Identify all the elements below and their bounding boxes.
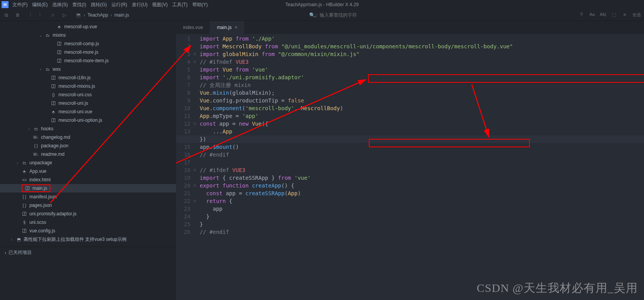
tree-label: changelog.md: [41, 135, 70, 140]
code-line[interactable]: const app = createSSRApp(App): [200, 189, 644, 197]
tree-file[interactable]: 🄹mescroll-comp.js: [0, 39, 176, 48]
code-line[interactable]: app: [200, 205, 644, 213]
fold-icon[interactable]: ⊟: [194, 166, 198, 174]
help-icon[interactable]: ?: [578, 12, 584, 18]
star-icon[interactable]: ☆: [50, 12, 56, 18]
code-line[interactable]: }: [200, 213, 644, 220]
tree-file[interactable]: ⬘App.vue: [0, 167, 176, 176]
nav-back-icon[interactable]: 〈: [26, 12, 33, 18]
code-line[interactable]: import Vue from 'vue': [200, 66, 644, 73]
case-toggle[interactable]: Aa: [589, 12, 595, 18]
fold-icon[interactable]: ⊟: [194, 58, 198, 66]
tree-file[interactable]: [ ]manifest.json: [0, 193, 176, 201]
menu-item[interactable]: 发行(U): [130, 1, 150, 9]
breadcrumb-project[interactable]: TeachApp: [87, 12, 108, 18]
file-icon[interactable]: 🗎: [15, 12, 21, 18]
code-line[interactable]: import { createSSRApp } from 'vue': [200, 174, 644, 182]
fold-icon[interactable]: ⊟: [194, 120, 198, 128]
tree-file[interactable]: 🄹mescroll-uni.js: [0, 99, 176, 107]
tree-folder[interactable]: ›🗀unpackage: [0, 159, 176, 167]
menu-item[interactable]: 视图(V): [150, 1, 170, 9]
tree-file[interactable]: [ ]package.json: [0, 141, 176, 150]
window-icon[interactable]: ⧉: [3, 12, 9, 18]
fold-icon[interactable]: ⊟: [194, 50, 198, 58]
code-line[interactable]: // #endif: [200, 151, 644, 159]
fold-icon: [194, 43, 198, 50]
tree-file[interactable]: 🄹mescroll-i18n.js: [0, 73, 176, 82]
menu-item[interactable]: 帮助(Y): [190, 1, 210, 9]
code-line[interactable]: import MescrollBody from "@/uni_modules/…: [200, 43, 644, 50]
tree-folder[interactable]: ›🗀hooks: [0, 124, 176, 133]
menu-item[interactable]: 查找(I): [70, 1, 88, 9]
breadcrumb-file[interactable]: main.js: [114, 12, 129, 18]
file-icon: §: [22, 220, 27, 225]
nav-forward-icon[interactable]: 〉: [38, 12, 44, 18]
code-line[interactable]: ...App: [200, 128, 644, 135]
code-line[interactable]: import App from './App': [200, 35, 644, 43]
code-line[interactable]: // #endif: [200, 228, 644, 236]
tree-file[interactable]: ⬘mescroll-uni.vue: [0, 107, 176, 116]
select-all[interactable]: 全选: [632, 12, 641, 18]
code-line[interactable]: }: [200, 220, 644, 228]
file-icon: 🗀: [45, 66, 50, 72]
tree-file[interactable]: 🄹uni.promisify.adaptor.js: [0, 210, 176, 218]
tab[interactable]: index.vue: [176, 21, 210, 34]
fold-icon: [194, 112, 198, 120]
code-line[interactable]: Vue.component('mescroll-body', MescrollB…: [200, 104, 644, 112]
tree-file[interactable]: {}mescroll-uni.css: [0, 90, 176, 99]
code-line[interactable]: return {: [200, 197, 644, 205]
annotation-box: [368, 74, 644, 83]
menu-item[interactable]: 编辑(E): [30, 1, 50, 9]
menu-item[interactable]: 跳转(G): [89, 1, 109, 9]
line-number: 11: [176, 112, 190, 120]
tree-file[interactable]: <>index.html: [0, 176, 176, 184]
tree-file[interactable]: 🄹main.js: [0, 184, 176, 193]
fold-icon[interactable]: ⊟: [194, 197, 198, 205]
code-line[interactable]: const app = new Vue({: [200, 120, 644, 128]
tree-file[interactable]: M↓changelog.md: [0, 133, 176, 141]
menu-item[interactable]: 运行(R): [109, 1, 130, 9]
file-tree[interactable]: ⬘mescroll-up.vue⌄🗀mixins🄹mescroll-comp.j…: [0, 21, 176, 300]
tab[interactable]: main.js×: [210, 21, 244, 34]
search-input[interactable]: [320, 12, 397, 18]
file-icon: [ ]: [33, 143, 39, 148]
tree-label: manifest.json: [29, 194, 57, 199]
code-line[interactable]: App.mpType = 'app': [200, 112, 644, 120]
code-area[interactable]: 1234567891011121314151617181920212223242…: [176, 34, 644, 300]
tree-file[interactable]: [ ]pages.json: [0, 201, 176, 210]
fold-icon: [194, 128, 198, 135]
code-line[interactable]: // #ifndef VUE3: [200, 58, 644, 66]
tree-file[interactable]: 🄹mescroll-uni-option.js: [0, 116, 176, 124]
tree-file[interactable]: 🄹mescroll-mixins.js: [0, 82, 176, 90]
code-line[interactable]: import globalMixin from "@/common/mixin/…: [200, 50, 644, 58]
fold-icon[interactable]: ⊟: [194, 182, 198, 189]
closed-projects[interactable]: › 已关闭项目: [0, 247, 176, 258]
tree-file[interactable]: M↓readme.md: [0, 150, 176, 159]
line-number: 17: [176, 159, 190, 166]
code-line[interactable]: // #ifdef VUE3: [200, 166, 644, 174]
search-icon[interactable]: 🔍ౢ: [310, 12, 317, 18]
code-line[interactable]: [200, 159, 644, 166]
tree-file[interactable]: 🄹vue.config.js: [0, 227, 176, 235]
tree-file[interactable]: ›⬒高性能下拉刷新上拉加载组件 支持vue3 setup示例: [0, 235, 176, 244]
menu-item[interactable]: 工具(T): [170, 1, 190, 9]
menu-item[interactable]: 文件(F): [10, 1, 30, 9]
tree-folder[interactable]: ⌄🗀mixins: [0, 31, 176, 39]
tree-file[interactable]: §uni.scss: [0, 218, 176, 227]
tree-file[interactable]: ⬘mescroll-up.vue: [0, 22, 176, 31]
breadcrumb-icon: ⬒: [75, 12, 81, 18]
menu-item[interactable]: 选择(S): [50, 1, 70, 9]
tree-file[interactable]: 🄹mescroll-more.js: [0, 48, 176, 56]
tree-file[interactable]: 🄹mescroll-more-item.js: [0, 56, 176, 65]
code-line[interactable]: Vue.mixin(globalMixin);: [200, 89, 644, 97]
lines-icon[interactable]: ≡: [622, 12, 628, 18]
fold-icon: [194, 220, 198, 228]
tree-folder[interactable]: ›🗀wxs: [0, 65, 176, 73]
regex-toggle[interactable]: ⬚: [611, 12, 617, 18]
code-line[interactable]: export function createApp() {: [200, 182, 644, 189]
run-icon[interactable]: ▷: [61, 12, 67, 18]
code-line[interactable]: Vue.config.productionTip = false: [200, 97, 644, 104]
close-icon[interactable]: ×: [235, 25, 237, 30]
word-toggle[interactable]: Ab|: [600, 12, 606, 18]
fold-icon: [194, 151, 198, 159]
